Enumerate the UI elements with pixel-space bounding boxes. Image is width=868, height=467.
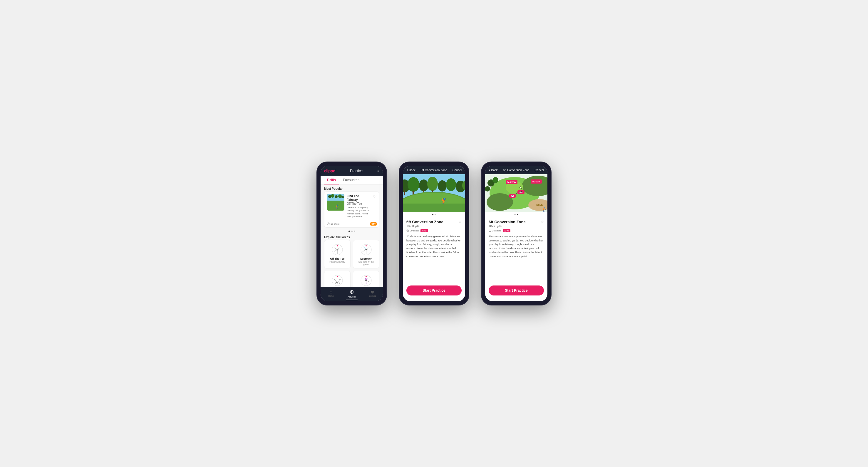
svg-point-5 [338,194,342,198]
nav-activities[interactable]: Activities [341,290,362,300]
app-logo: clippd [324,169,335,173]
course-map: FAIRWAY ROUGH Hit Miss SAND [485,174,548,212]
skill-sub-0: Power accuracy [330,261,345,263]
active-indicator [346,300,358,300]
phone-3: < Back 6ft Conversion Zone Cancel [481,162,552,305]
activities-nav-icon [349,290,354,295]
svg-text:SAND: SAND [536,204,543,206]
drill-meta-3: 20 shots ARG [489,229,544,232]
phone1-header: clippd Practice ≡ [320,166,383,176]
svg-point-76 [493,177,498,183]
screen-title-2: 6ft Conversion Zone [421,169,447,172]
svg-rect-52 [404,190,405,195]
tab-favourites[interactable]: Favourites [340,176,362,185]
svg-line-12 [328,224,329,224]
dot-2 [351,231,352,232]
detail-header-3: < Back 6ft Conversion Zone Cancel [485,166,548,174]
explore-label: Explore skill areas [320,233,383,240]
back-button-2[interactable]: < Back [406,169,415,172]
title-row: 6ft Conversion Zone ☆ [406,220,462,224]
content-area: Most Popular [320,185,383,287]
svg-point-22 [366,245,367,246]
svg-line-20 [334,249,337,252]
svg-line-28 [363,249,366,252]
svg-point-3 [331,194,334,198]
map-dot-1 [514,214,516,215]
around-green-icon [330,274,345,287]
bottom-nav: ⌂ Home Activities ⊕ Capture [320,287,383,301]
arg-badge-3: ARG [503,229,510,232]
svg-point-89 [520,187,521,188]
drill-thumbnail: 🏌️ [327,194,344,210]
tabs-bar: Drills Favourites [320,176,383,185]
drill-photo: 🏌️ [403,174,465,212]
title-row-3: 6ft Conversion Zone ☆ [489,220,544,224]
svg-point-30 [337,276,338,277]
dot-1 [348,231,350,232]
featured-drill-card[interactable]: 🏌️ Find The Fairway Off The Tee Create a… [324,192,379,228]
capture-nav-label: Capture [369,295,376,297]
drill-description-2: 20 shots are randomly generated at dista… [406,235,462,259]
most-popular-label: Most Popular [320,185,383,192]
nav-capture[interactable]: ⊕ Capture [362,290,383,300]
yardage-3: 10-50 yds [489,225,544,228]
skill-card-off-tee[interactable]: Off The Tee Power accuracy [324,240,350,268]
svg-point-59 [438,180,446,192]
yardage-2: 10-50 yds [406,225,462,228]
off-tee-icon [330,243,345,256]
header-title: Practice [350,169,363,173]
drill-title: Find The Fairway Off The Tee [347,194,371,206]
map-dot-2 [517,214,518,215]
nav-home[interactable]: ⌂ Home [320,290,341,300]
skill-card-around-green[interactable]: Around The Green Hone your short game [324,271,350,287]
svg-point-60 [446,178,456,191]
home-nav-icon: ⌂ [330,290,332,294]
svg-point-53 [408,177,419,192]
home-indicator-2 [425,300,443,301]
svg-line-37 [337,279,340,282]
svg-line-24 [364,247,366,249]
start-practice-button-2[interactable]: Start Practice [406,286,462,296]
tab-drills[interactable]: Drills [324,176,339,185]
cancel-button-2[interactable]: Cancel [453,169,462,172]
back-button-3[interactable]: < Back [489,169,498,172]
map-image-dots [485,212,548,217]
skills-grid: Off The Tee Power accuracy [320,240,383,287]
shots-info-2: 20 shots [406,229,419,232]
screens-container: clippd Practice ≡ Drills Favourites Most… [316,162,552,305]
skill-card-putting[interactable]: Putting Make and lag practice [353,271,379,287]
svg-point-57 [427,177,438,191]
img-dot-1 [432,214,433,215]
start-practice-button-3[interactable]: Start Practice [489,286,544,296]
drill-description: Create an imaginary fairway using trees … [347,206,371,219]
svg-rect-66 [403,204,465,212]
img-dot-2 [435,214,436,215]
svg-point-6 [341,196,344,198]
shots-label: 10 shots [327,222,339,225]
svg-point-87 [512,195,513,197]
drill-footer: 10 shots OTT [324,221,379,227]
screen-title-3: 6ft Conversion Zone [503,169,529,172]
svg-point-4 [335,195,338,198]
home-indicator-3 [507,300,525,301]
favourite-icon[interactable]: ♡ [373,194,377,219]
drill-title-2: 6ft Conversion Zone [406,220,443,224]
favourite-star-3[interactable]: ☆ [541,220,544,224]
svg-point-2 [328,195,331,198]
menu-icon[interactable]: ≡ [377,169,379,173]
svg-point-88 [520,192,522,193]
skill-name-0: Off The Tee [330,257,345,260]
svg-text:FAIRWAY: FAIRWAY [507,181,516,183]
drill-meta-2: 20 shots ARG [406,229,462,232]
drill-title-3: 6ft Conversion Zone [489,220,526,224]
detail-header-2: < Back 6ft Conversion Zone Cancel [403,166,465,174]
skill-sub-1: Dial-in to hit the green [355,261,377,266]
cancel-button-3[interactable]: Cancel [535,169,544,172]
skill-card-approach[interactable]: Approach Dial-in to hit the green [353,240,379,268]
favourite-star[interactable]: ☆ [458,220,462,224]
arg-badge-2: ARG [421,229,428,232]
svg-point-55 [419,179,428,191]
activities-nav-label: Activities [348,296,356,298]
capture-nav-icon: ⊕ [371,290,374,294]
phone-2: < Back 6ft Conversion Zone Cancel [399,162,469,305]
